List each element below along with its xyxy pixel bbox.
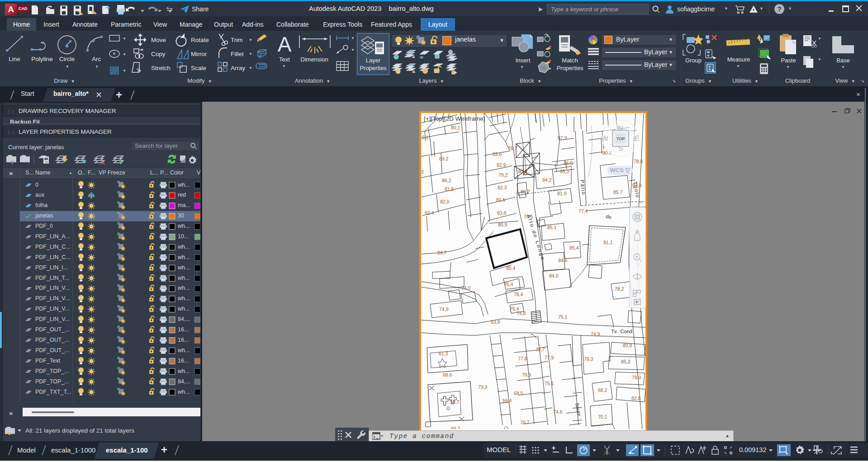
svg-text:79,0: 79,0 — [632, 375, 641, 380]
svg-text:80.1: 80.1 — [451, 125, 460, 130]
svg-text:3: 3 — [421, 169, 424, 174]
svg-text:82.3: 82.3 — [498, 185, 507, 190]
svg-text:▼: ▼ — [249, 38, 252, 42]
svg-text:63,9: 63,9 — [491, 319, 500, 325]
svg-text:Trim: Trim — [231, 37, 243, 43]
svg-text:77.8: 77.8 — [518, 356, 527, 361]
svg-text:78,2: 78,2 — [615, 286, 624, 292]
svg-text:▼: ▼ — [123, 37, 126, 41]
svg-text:83.4: 83.4 — [425, 210, 434, 216]
svg-text:87,9: 87,9 — [558, 135, 567, 141]
svg-text:78,4: 78,4 — [514, 292, 523, 297]
svg-text:78.3: 78.3 — [584, 356, 593, 362]
svg-text:80.4: 80.4 — [506, 265, 516, 271]
svg-text:W: W — [601, 134, 609, 143]
svg-text:82.9: 82.9 — [497, 162, 506, 168]
svg-text:83,8: 83,8 — [497, 210, 507, 216]
svg-text:78,7: 78,7 — [536, 347, 545, 352]
svg-text:75.1: 75.1 — [545, 381, 554, 386]
svg-text:▼: ▼ — [351, 36, 355, 40]
svg-text:▼: ▼ — [123, 69, 126, 73]
svg-text:Pátio: Pátio — [579, 179, 587, 196]
svg-text:74,9: 74,9 — [591, 331, 600, 337]
svg-text:74,9: 74,9 — [439, 306, 449, 312]
svg-text:Line: Line — [9, 56, 20, 62]
svg-text:85,4: 85,4 — [569, 245, 579, 250]
svg-text:81.5: 81.5 — [496, 197, 506, 203]
svg-text:▼: ▼ — [95, 65, 99, 69]
svg-text:▼: ▼ — [818, 37, 821, 41]
svg-text:76,4: 76,4 — [504, 282, 513, 287]
svg-text:61,3: 61,3 — [439, 351, 448, 356]
svg-text:74.6: 74.6 — [553, 409, 563, 415]
svg-text:80,8: 80,8 — [623, 343, 632, 348]
svg-text:Rotate: Rotate — [191, 37, 209, 43]
svg-text:79,2: 79,2 — [498, 172, 508, 178]
svg-text:77.4: 77.4 — [579, 208, 588, 214]
svg-text:▼: ▼ — [249, 66, 252, 70]
svg-text:85,3: 85,3 — [621, 359, 631, 364]
svg-text:85.1: 85.1 — [547, 225, 557, 230]
svg-text:77,9: 77,9 — [545, 355, 554, 360]
svg-text:82.8: 82.8 — [631, 396, 641, 401]
svg-text:Circle: Circle — [59, 56, 75, 62]
svg-text:84.7: 84.7 — [437, 250, 447, 255]
svg-text:75,1: 75,1 — [558, 314, 568, 320]
svg-text:82,0: 82,0 — [440, 199, 450, 204]
svg-text:81,8: 81,8 — [445, 186, 454, 192]
svg-text:59,4: 59,4 — [503, 398, 512, 403]
svg-text:Fillet: Fillet — [231, 51, 244, 57]
svg-text:Copy: Copy — [151, 51, 166, 57]
svg-text:70.1: 70.1 — [598, 414, 607, 420]
svg-text:91.1: 91.1 — [603, 240, 613, 245]
svg-text:TOP: TOP — [617, 137, 625, 141]
svg-text:▼: ▼ — [818, 57, 821, 61]
svg-text:84.2: 84.2 — [542, 177, 552, 183]
svg-text:Mirror: Mirror — [191, 51, 207, 57]
svg-text:▼: ▼ — [351, 48, 355, 52]
svg-text:68.6: 68.6 — [443, 372, 452, 377]
svg-text:79,5: 79,5 — [522, 372, 531, 377]
svg-text:86,3: 86,3 — [442, 178, 451, 183]
svg-text:80.9: 80.9 — [498, 222, 508, 227]
svg-text:89.2: 89.2 — [439, 156, 449, 161]
svg-text:83,6: 83,6 — [493, 151, 502, 157]
svg-text:Soure: Soure — [574, 402, 582, 416]
svg-text:E: E — [634, 134, 639, 143]
svg-text:▼: ▼ — [123, 52, 126, 57]
svg-text:80,6: 80,6 — [518, 169, 527, 174]
svg-text:59,7: 59,7 — [450, 399, 460, 405]
svg-text:73,3: 73,3 — [478, 384, 488, 390]
svg-text:6.1: 6.1 — [422, 135, 429, 140]
svg-text:70,7: 70,7 — [520, 420, 530, 425]
svg-text:Polyline: Polyline — [31, 56, 52, 62]
svg-text:Array: Array — [231, 65, 246, 71]
svg-text:84.0: 84.0 — [549, 273, 559, 278]
svg-text:86,5: 86,5 — [564, 160, 573, 166]
svg-text:68.2: 68.2 — [598, 387, 607, 393]
svg-text:Alto do Longo: Alto do Longo — [526, 214, 546, 261]
svg-text:Stretch: Stretch — [151, 65, 171, 71]
svg-text:68,5: 68,5 — [514, 391, 523, 396]
svg-text:85.7: 85.7 — [613, 189, 623, 195]
svg-text:Scale: Scale — [191, 65, 206, 71]
svg-text:▼: ▼ — [66, 65, 69, 69]
svg-text:Tv. Cond: Tv. Cond — [611, 329, 632, 334]
svg-text:80.2: 80.2 — [521, 189, 530, 194]
svg-text:do: do — [606, 213, 612, 220]
svg-text:74,0: 74,0 — [461, 285, 471, 291]
svg-text:▼: ▼ — [249, 52, 252, 56]
svg-text:76,7: 76,7 — [508, 146, 517, 151]
svg-text:85,3: 85,3 — [560, 169, 569, 174]
svg-text:74,8: 74,8 — [517, 311, 526, 316]
svg-text:81.9: 81.9 — [557, 191, 567, 196]
svg-text:84,6: 84,6 — [558, 258, 568, 263]
svg-text:Arc: Arc — [92, 56, 101, 62]
svg-text:Move: Move — [151, 37, 166, 43]
